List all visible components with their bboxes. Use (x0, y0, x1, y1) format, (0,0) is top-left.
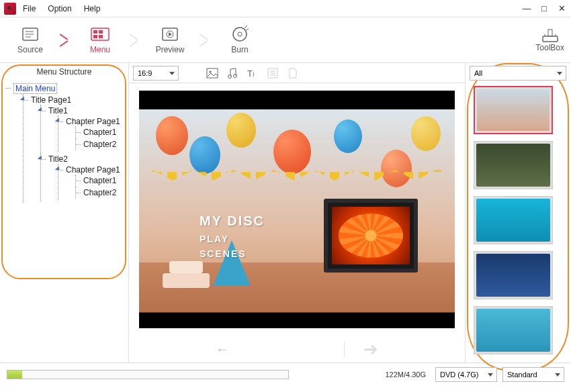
prev-page-button[interactable]: ← (216, 342, 345, 357)
close-button[interactable]: ✕ (556, 3, 567, 13)
svg-rect-8 (99, 35, 103, 38)
main-area: Menu Structure Main Menu Title Page1 Tit… (0, 63, 571, 362)
preview-panel: 16:9 TI (129, 63, 465, 362)
menu-structure-panel: Menu Structure Main Menu Title Page1 Tit… (0, 63, 129, 362)
svg-marker-11 (169, 32, 172, 36)
svg-line-15 (246, 29, 249, 30)
page-nav: ← ➔ (129, 336, 465, 362)
menubar: File Option Help (23, 4, 100, 13)
svg-point-13 (238, 32, 242, 36)
maximize-button[interactable]: □ (539, 3, 550, 13)
svg-point-12 (233, 28, 247, 41)
tree-chapter1-b[interactable]: Chapter1 (75, 175, 123, 187)
menu-option[interactable]: Option (48, 4, 71, 13)
menu-file[interactable]: File (23, 4, 36, 13)
app-icon (4, 3, 16, 15)
svg-rect-17 (548, 30, 552, 36)
tab-burn-label: Burn (231, 45, 248, 54)
toolbox-button[interactable]: ToolBox (535, 28, 564, 52)
template-thumb[interactable] (474, 251, 553, 299)
menu-text-block[interactable]: MY DISC PLAY SCENES (200, 210, 265, 262)
chevron-icon (129, 27, 141, 54)
tab-source-label: Source (17, 45, 43, 54)
tree-title2[interactable]: Title2 Chapter Page1 Chapter1 Chapter2 (40, 153, 123, 201)
disc-usage-label: 122M/4.30G (385, 371, 426, 379)
titlebar: File Option Help — □ ✕ (0, 0, 571, 17)
balloon-decoration (156, 116, 188, 155)
chevron-icon (59, 27, 71, 54)
minimize-button[interactable]: — (521, 3, 532, 13)
tab-source[interactable]: Source (7, 26, 54, 54)
balloon-decoration (273, 130, 311, 174)
tab-menu[interactable]: Menu (77, 26, 124, 54)
add-chapter-button[interactable] (266, 66, 279, 80)
next-page-button[interactable]: ➔ (363, 339, 378, 360)
tree-chapter2-b[interactable]: Chapter2 (75, 187, 123, 199)
template-thumb[interactable] (474, 196, 553, 244)
template-filter-select[interactable]: All (470, 66, 566, 81)
tab-burn[interactable]: Burn (216, 26, 263, 54)
window-controls: — □ ✕ (521, 3, 567, 13)
source-icon (21, 26, 40, 42)
toolbox-icon (541, 28, 560, 43)
tab-preview[interactable]: Preview (146, 26, 193, 54)
menu-help[interactable]: Help (84, 4, 101, 13)
add-image-button[interactable] (206, 66, 219, 80)
svg-rect-7 (93, 35, 97, 38)
disc-type-select[interactable]: DVD (4.7G) (435, 367, 497, 382)
add-text-button[interactable]: TI (246, 66, 259, 80)
tree-chapter-page1[interactable]: Chapter Page1 Chapter1 Chapter2 (58, 115, 123, 152)
balloon-decoration (226, 113, 256, 148)
menu-icon (91, 26, 109, 42)
tree-chapter-page1-b[interactable]: Chapter Page1 Chapter1 Chapter2 (58, 164, 123, 200)
template-thumb[interactable] (474, 141, 553, 189)
disc-usage-bar (7, 370, 289, 379)
template-list[interactable] (466, 83, 571, 362)
tree-title1[interactable]: Title1 Chapter Page1 Chapter1 Chapter2 (40, 105, 123, 153)
balloon-decoration (381, 150, 412, 187)
preview-toolbar: 16:9 TI (129, 63, 465, 83)
balloon-decoration (334, 119, 362, 153)
tab-preview-label: Preview (156, 45, 185, 54)
add-file-button[interactable] (286, 66, 300, 80)
toolbox-label: ToolBox (535, 43, 564, 52)
menu-title-text[interactable]: MY DISC (200, 210, 265, 232)
chevron-icon (199, 27, 211, 54)
preview-icon (161, 26, 179, 42)
svg-rect-6 (99, 30, 103, 34)
preview-stage: MY DISC PLAY SCENES (129, 83, 465, 336)
thumbnail-frame[interactable] (324, 199, 418, 273)
template-thumb[interactable] (474, 86, 553, 134)
svg-rect-16 (543, 36, 558, 42)
disc-usage-fill (7, 371, 22, 379)
tree-title-page1[interactable]: Title Page1 Title1 Chapter Page1 Chapter… (23, 94, 123, 203)
add-music-button[interactable] (226, 66, 239, 80)
svg-point-21 (210, 70, 212, 72)
tree-chapter1[interactable]: Chapter1 (75, 126, 123, 138)
template-thumb[interactable] (474, 306, 553, 354)
aspect-ratio-select[interactable]: 16:9 (133, 66, 179, 81)
svg-rect-20 (207, 68, 218, 78)
balloon-decoration (411, 116, 441, 151)
status-bar: 122M/4.30G DVD (4.7G) Standard (0, 362, 571, 385)
preview-canvas[interactable]: MY DISC PLAY SCENES (139, 91, 455, 328)
svg-point-23 (234, 74, 237, 77)
balloon-decoration (189, 136, 220, 174)
svg-line-14 (245, 26, 247, 28)
template-panel: All (465, 63, 571, 362)
menu-play-text[interactable]: PLAY (200, 232, 265, 246)
tree-main-menu[interactable]: Main Menu Title Page1 Title1 Chapter Pag… (5, 82, 123, 204)
menu-structure-header: Menu Structure (0, 63, 128, 81)
menu-scenes-text[interactable]: SCENES (200, 246, 265, 261)
svg-rect-4 (91, 28, 109, 40)
tab-menu-label: Menu (90, 45, 110, 54)
quality-select[interactable]: Standard (502, 367, 564, 382)
svg-text:T: T (247, 68, 253, 79)
menu-tree[interactable]: Main Menu Title Page1 Title1 Chapter Pag… (0, 81, 128, 205)
step-tabs: Source Menu Preview Burn ToolBox (0, 17, 571, 63)
tree-chapter2[interactable]: Chapter2 (75, 138, 123, 150)
svg-rect-5 (93, 30, 97, 34)
burn-icon (230, 26, 249, 42)
svg-text:I: I (253, 71, 255, 78)
svg-point-22 (228, 75, 232, 78)
